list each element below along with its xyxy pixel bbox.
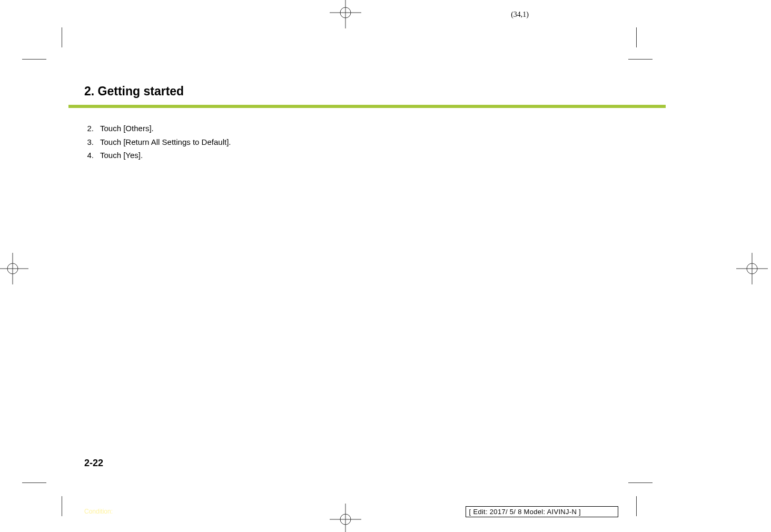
step-text: Touch [Yes]. xyxy=(100,149,143,162)
section-rule xyxy=(68,105,666,108)
step-number: 4. xyxy=(84,149,100,162)
crop-mark xyxy=(22,59,46,60)
step-number: 2. xyxy=(84,122,100,135)
footer-edit-info: [ Edit: 2017/ 5/ 8 Model: AIVINJ-N ] xyxy=(466,506,618,517)
crop-mark xyxy=(62,27,62,47)
steps-list: 2. Touch [Others]. 3. Touch [Return All … xyxy=(84,122,618,162)
step-item: 4. Touch [Yes]. xyxy=(84,149,618,162)
crop-mark xyxy=(62,496,62,516)
content-area: 2. Getting started 2. Touch [Others]. 3.… xyxy=(84,84,618,469)
registration-mark-icon xyxy=(736,253,768,284)
registration-mark-icon xyxy=(330,504,361,532)
crop-mark xyxy=(628,482,653,483)
step-item: 2. Touch [Others]. xyxy=(84,122,618,135)
page-number: 2-22 xyxy=(84,458,103,469)
page-coordinate: (34,1) xyxy=(511,11,529,19)
step-item: 3. Touch [Return All Settings to Default… xyxy=(84,135,618,149)
footer-condition-label: Condition: xyxy=(84,508,113,515)
step-number: 3. xyxy=(84,135,100,149)
crop-mark xyxy=(22,482,46,483)
step-text: Touch [Others]. xyxy=(100,122,154,135)
registration-mark-icon xyxy=(330,0,361,28)
crop-mark xyxy=(636,27,637,47)
section-title: 2. Getting started xyxy=(84,84,618,98)
registration-mark-icon xyxy=(0,253,28,284)
crop-mark xyxy=(636,496,637,516)
crop-mark xyxy=(628,59,653,60)
step-text: Touch [Return All Settings to Default]. xyxy=(100,135,231,149)
